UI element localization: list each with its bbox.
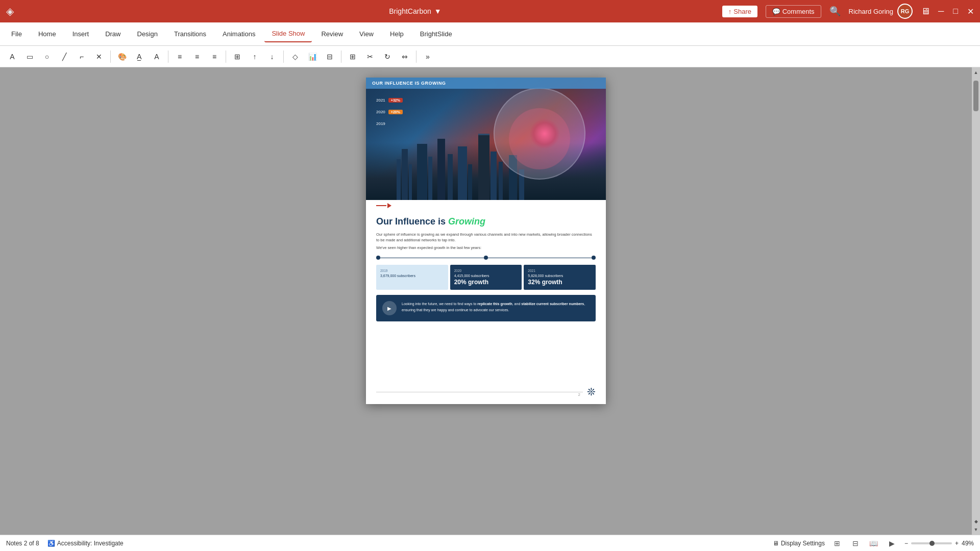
tab-transitions[interactable]: Transitions bbox=[167, 26, 213, 42]
status-right: 🖥 Display Settings ⊞ ⊟ 📖 ▶ − + 49% bbox=[773, 537, 974, 549]
align-center-button[interactable]: ≡ bbox=[189, 48, 205, 65]
tab-draw[interactable]: Draw bbox=[98, 26, 128, 42]
play-button[interactable]: ▶ bbox=[382, 301, 397, 315]
minimize-button[interactable]: ─ bbox=[938, 7, 944, 16]
tab-review[interactable]: Review bbox=[314, 26, 350, 42]
stat-subs-2019: 3,679,000 subscribers bbox=[380, 274, 444, 278]
app-logo-icon: ◈ bbox=[6, 5, 14, 17]
flip-button[interactable]: ⇔ bbox=[397, 48, 413, 65]
share-button[interactable]: ↑ Share bbox=[722, 6, 757, 17]
app-title: BrightCarbon bbox=[389, 7, 431, 15]
ribbon: File Home Insert Draw Design Transitions… bbox=[0, 22, 980, 46]
right-scrollbar[interactable]: ▲ ◆ ▼ bbox=[972, 67, 980, 535]
tab-file[interactable]: File bbox=[4, 26, 29, 42]
crop-button[interactable]: ✂ bbox=[362, 48, 378, 65]
tab-design[interactable]: Design bbox=[130, 26, 165, 42]
accessibility-link[interactable]: ♿ Accessibility: Investigate bbox=[47, 540, 124, 547]
display-settings-button[interactable]: 🖥 Display Settings bbox=[773, 540, 825, 547]
separator-line bbox=[376, 205, 386, 206]
freeform-tool-button[interactable]: ⌐ bbox=[74, 48, 90, 65]
title-bar: ◈ BrightCarbon ▼ ↑ Share 💬 Comments 🔍 Ri… bbox=[0, 0, 980, 22]
zoom-out-button[interactable]: − bbox=[904, 540, 908, 547]
send-backward-button[interactable]: ↓ bbox=[264, 48, 280, 65]
tab-help[interactable]: Help bbox=[383, 26, 411, 42]
search-icon[interactable]: 🔍 bbox=[829, 6, 841, 17]
cta-text: Looking into the future, we need to find… bbox=[402, 301, 590, 312]
normal-view-button[interactable]: ⊞ bbox=[831, 537, 843, 549]
window-controls: ─ □ ✕ bbox=[938, 7, 974, 16]
timeline-line-2 bbox=[488, 258, 592, 258]
tab-animations[interactable]: Animations bbox=[215, 26, 262, 42]
zoom-slider-thumb[interactable] bbox=[929, 541, 935, 546]
presentation-icon: 🖥 bbox=[921, 6, 930, 17]
text-highlight-button[interactable]: A̲ bbox=[131, 48, 148, 65]
restore-button[interactable]: □ bbox=[953, 7, 958, 16]
toolbar-separator-1 bbox=[110, 51, 111, 63]
year-2020: 2020 bbox=[376, 110, 385, 114]
align-left-button[interactable]: ≡ bbox=[172, 48, 188, 65]
line-tool-button[interactable]: ╱ bbox=[56, 48, 72, 65]
rotate-button[interactable]: ↻ bbox=[379, 48, 396, 65]
status-bar: Notes 2 of 8 ♿ Accessibility: Investigat… bbox=[0, 535, 980, 551]
stat-year-2019: 2019 bbox=[380, 269, 444, 272]
font-color-button[interactable]: A bbox=[149, 48, 165, 65]
avatar: RG bbox=[897, 4, 913, 19]
year-2021: 2021 bbox=[376, 98, 385, 103]
more-tools-button[interactable]: » bbox=[420, 48, 436, 65]
slide-page: OUR INFLUENCE IS GROWING 2021 +32% 2020 … bbox=[366, 78, 606, 404]
toolbar-separator-4 bbox=[283, 51, 284, 63]
stat-year-2021: 2021 bbox=[528, 269, 592, 272]
zoom-in-button[interactable]: + bbox=[955, 540, 959, 547]
stat-card-2021: 2021 5,828,000 subscribers 32% growth bbox=[524, 265, 596, 290]
tab-home[interactable]: Home bbox=[31, 26, 63, 42]
shape-button[interactable]: ◇ bbox=[287, 48, 303, 65]
stat-growth-2021: 32% growth bbox=[528, 279, 592, 286]
title-center: BrightCarbon ▼ bbox=[389, 7, 441, 15]
share-icon: ↑ bbox=[728, 8, 732, 15]
group-button[interactable]: ⊞ bbox=[229, 48, 246, 65]
cta-box: ▶ Looking into the future, we need to fi… bbox=[376, 295, 596, 321]
delete-tool-button[interactable]: ✕ bbox=[91, 48, 107, 65]
arrange-button[interactable]: ⊞ bbox=[345, 48, 361, 65]
monitor-icon: 🖥 bbox=[773, 540, 779, 547]
title-dropdown-icon[interactable]: ▼ bbox=[434, 7, 442, 15]
smartart-button[interactable]: ⊟ bbox=[322, 48, 338, 65]
slide-canvas[interactable]: OUR INFLUENCE IS GROWING 2021 +32% 2020 … bbox=[0, 67, 972, 535]
scroll-middle-arrow[interactable]: ◆ bbox=[972, 517, 979, 525]
slide-body-text-1: Our sphere of influence is growing as we… bbox=[376, 232, 596, 243]
slide-main-title: Our Influence is Growing bbox=[376, 216, 596, 228]
scroll-down-arrow[interactable]: ▼ bbox=[972, 525, 979, 534]
rectangle-tool-button[interactable]: ▭ bbox=[21, 48, 38, 65]
close-button[interactable]: ✕ bbox=[967, 7, 974, 16]
stat-year-2020: 2020 bbox=[454, 269, 518, 272]
scrollbar-thumb[interactable] bbox=[973, 81, 978, 111]
chart-button[interactable]: 📊 bbox=[304, 48, 321, 65]
zoom-slider[interactable] bbox=[911, 542, 952, 544]
footer-line bbox=[376, 392, 583, 392]
year-2019: 2019 bbox=[376, 121, 385, 126]
reading-view-button[interactable]: 📖 bbox=[868, 537, 880, 549]
comments-button[interactable]: 💬 Comments bbox=[766, 5, 821, 18]
status-left: Notes 2 of 8 ♿ Accessibility: Investigat… bbox=[6, 540, 124, 547]
tab-view[interactable]: View bbox=[352, 26, 381, 42]
tab-slideshow[interactable]: Slide Show bbox=[264, 26, 312, 42]
slide-page-number: 2 bbox=[578, 392, 580, 397]
toolbar: A ▭ ○ ╱ ⌐ ✕ 🎨 A̲ A ≡ ≡ ≡ ⊞ ↑ ↓ ◇ 📊 ⊟ ⊞ ✂… bbox=[0, 46, 980, 67]
scrollbar-track[interactable] bbox=[973, 77, 978, 517]
timeline bbox=[376, 256, 596, 260]
toolbar-separator-6 bbox=[416, 51, 416, 63]
bring-forward-button[interactable]: ↑ bbox=[247, 48, 263, 65]
slide-body-text-2: We've seen higher than expected growth i… bbox=[376, 245, 596, 251]
badge-2021: +32% bbox=[388, 98, 403, 103]
tab-insert[interactable]: Insert bbox=[65, 26, 96, 42]
align-right-button[interactable]: ≡ bbox=[206, 48, 223, 65]
main-area: OUR INFLUENCE IS GROWING 2021 +32% 2020 … bbox=[0, 67, 980, 535]
fill-color-button[interactable]: 🎨 bbox=[114, 48, 130, 65]
presenter-view-button[interactable]: ▶ bbox=[886, 537, 898, 549]
slide-separator bbox=[366, 200, 606, 208]
scroll-up-arrow[interactable]: ▲ bbox=[972, 68, 979, 77]
tab-brightslide[interactable]: BrightSlide bbox=[413, 26, 459, 42]
ellipse-tool-button[interactable]: ○ bbox=[39, 48, 55, 65]
slide-sorter-button[interactable]: ⊟ bbox=[849, 537, 862, 549]
text-tool-button[interactable]: A bbox=[4, 48, 20, 65]
